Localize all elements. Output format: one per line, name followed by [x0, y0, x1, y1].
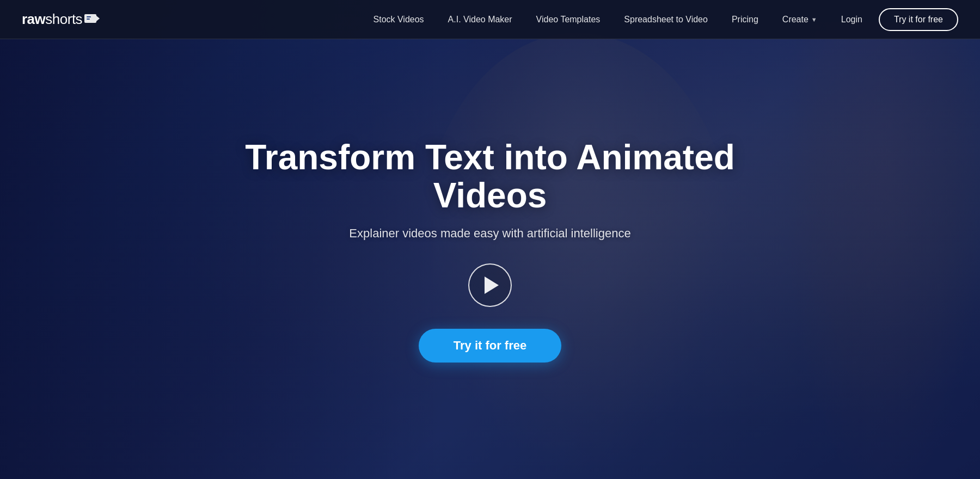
navbar: rawshorts Stock Videos A.I. Video Maker … — [0, 0, 980, 39]
logo-icon — [84, 14, 100, 25]
svg-rect-2 — [87, 16, 91, 17]
nav-link-stock-videos[interactable]: Stock Videos — [362, 15, 436, 24]
logo[interactable]: rawshorts — [22, 11, 100, 28]
logo-raw: raw — [22, 11, 45, 27]
nav-login[interactable]: Login — [829, 15, 874, 24]
play-icon — [485, 277, 499, 294]
svg-marker-1 — [96, 16, 100, 21]
hero-content: Transform Text into Animated Videos Expl… — [0, 0, 980, 479]
hero-section: rawshorts Stock Videos A.I. Video Maker … — [0, 0, 980, 479]
svg-rect-0 — [84, 14, 96, 23]
nav-links: Stock Videos A.I. Video Maker Video Temp… — [362, 8, 958, 31]
nav-cta-button[interactable]: Try it for free — [879, 8, 958, 31]
nav-link-video-templates[interactable]: Video Templates — [524, 15, 612, 24]
logo-text: rawshorts — [22, 11, 82, 28]
hero-cta-button[interactable]: Try it for free — [419, 329, 561, 363]
nav-link-pricing[interactable]: Pricing — [720, 15, 770, 24]
hero-subtitle: Explainer videos made easy with artifici… — [349, 226, 630, 241]
svg-rect-3 — [87, 19, 90, 20]
chevron-down-icon: ▼ — [811, 16, 817, 23]
nav-link-create[interactable]: Create ▼ — [770, 15, 829, 24]
create-label: Create — [782, 15, 808, 24]
play-button[interactable] — [468, 263, 512, 307]
nav-link-spreadsheet-to-video[interactable]: Spreadsheet to Video — [612, 15, 720, 24]
hero-title: Transform Text into Animated Videos — [245, 138, 735, 215]
logo-shorts: shorts — [45, 11, 82, 27]
nav-link-ai-video-maker[interactable]: A.I. Video Maker — [436, 15, 524, 24]
